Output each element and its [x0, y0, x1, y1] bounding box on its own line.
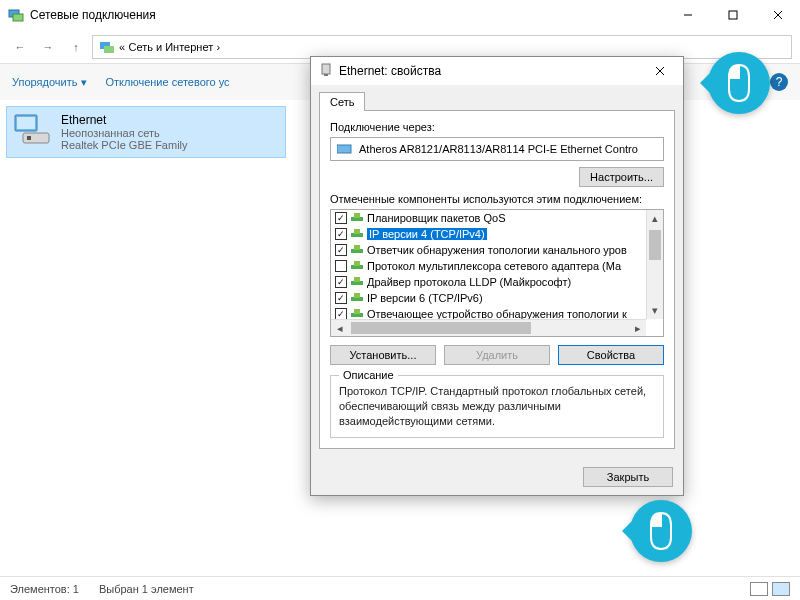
dialog-titlebar: Ethernet: свойства — [311, 57, 683, 85]
checkbox[interactable]: ✓ — [335, 228, 347, 240]
nav-forward-button[interactable]: → — [36, 35, 60, 59]
svg-rect-9 — [17, 117, 35, 129]
component-label: IP версии 4 (TCP/IPv4) — [367, 228, 487, 240]
dialog-footer: Закрыть — [311, 459, 683, 495]
svg-rect-30 — [354, 309, 360, 314]
component-row[interactable]: ✓Планировщик пакетов QoS — [331, 210, 646, 226]
scroll-right-icon[interactable]: ▸ — [629, 320, 646, 336]
component-row[interactable]: ✓IP версии 6 (TCP/IPv6) — [331, 290, 646, 306]
description-legend: Описание — [339, 369, 398, 381]
checkbox[interactable] — [335, 260, 347, 272]
mouse-hint-icon — [708, 52, 770, 114]
connect-via-label: Подключение через: — [330, 121, 664, 133]
breadcrumb[interactable]: « Сеть и Интернет › — [92, 35, 792, 59]
view-details-button[interactable] — [750, 582, 768, 596]
component-label: Ответчик обнаружения топологии канальног… — [367, 244, 627, 256]
app-icon — [8, 7, 24, 23]
dialog-close-button[interactable] — [645, 60, 675, 82]
organize-label: Упорядочить — [12, 76, 77, 88]
component-row[interactable]: ✓Отвечающее устройство обнаружения топол… — [331, 306, 646, 319]
checkbox[interactable]: ✓ — [335, 212, 347, 224]
status-selected: Выбран 1 элемент — [99, 583, 194, 595]
component-row[interactable]: ✓Ответчик обнаружения топологии канально… — [331, 242, 646, 258]
components-label: Отмеченные компоненты используются этим … — [330, 193, 664, 205]
window-title: Сетевые подключения — [30, 8, 665, 22]
close-button[interactable] — [755, 0, 800, 30]
connection-adapter: Realtek PCIe GBE Family — [61, 139, 188, 151]
nav-back-button[interactable]: ← — [8, 35, 32, 59]
svg-rect-22 — [354, 245, 360, 250]
scroll-thumb-h[interactable] — [351, 322, 531, 334]
chevron-down-icon: ▾ — [81, 76, 87, 89]
minimize-button[interactable] — [665, 0, 710, 30]
tab-network[interactable]: Сеть — [319, 92, 365, 111]
component-row[interactable]: ✓Драйвер протокола LLDP (Майкрософт) — [331, 274, 646, 290]
svg-rect-7 — [104, 46, 114, 53]
protocol-icon — [351, 229, 363, 239]
description-group: Описание Протокол TCP/IP. Стандартный пр… — [330, 375, 664, 438]
scroll-thumb[interactable] — [649, 230, 661, 260]
remove-button: Удалить — [444, 345, 550, 365]
svg-rect-10 — [23, 133, 49, 143]
maximize-button[interactable] — [710, 0, 755, 30]
dialog-icon — [319, 63, 333, 79]
component-label: Отвечающее устройство обнаружения тополо… — [367, 308, 627, 319]
component-label: Протокол мультиплексора сетевого адаптер… — [367, 260, 621, 272]
component-label: IP версии 6 (TCP/IPv6) — [367, 292, 483, 304]
connection-text: Ethernet Неопознанная сеть Realtek PCIe … — [61, 113, 188, 151]
statusbar: Элементов: 1 Выбран 1 элемент — [0, 576, 800, 600]
vertical-scrollbar[interactable]: ▴ ▾ — [646, 210, 663, 319]
dialog-title: Ethernet: свойства — [339, 64, 645, 78]
connection-name: Ethernet — [61, 113, 188, 127]
adapter-mini-icon — [337, 143, 353, 155]
mouse-hint-icon — [630, 500, 692, 562]
checkbox[interactable]: ✓ — [335, 244, 347, 256]
protocol-icon — [351, 309, 363, 319]
svg-rect-3 — [729, 11, 737, 19]
tab-strip: Сеть — [319, 91, 675, 110]
view-large-button[interactable] — [772, 582, 790, 596]
component-label: Планировщик пакетов QoS — [367, 212, 506, 224]
breadcrumb-prefix: « — [119, 41, 125, 53]
checkbox[interactable]: ✓ — [335, 276, 347, 288]
install-button[interactable]: Установить... — [330, 345, 436, 365]
configure-button[interactable]: Настроить... — [579, 167, 664, 187]
scroll-up-icon[interactable]: ▴ — [647, 210, 663, 227]
connection-item[interactable]: Ethernet Неопознанная сеть Realtek PCIe … — [6, 106, 286, 158]
components-list[interactable]: ✓Планировщик пакетов QoS✓IP версии 4 (TC… — [330, 209, 664, 337]
breadcrumb-segment[interactable]: Сеть и Интернет — [128, 41, 213, 53]
component-row[interactable]: ✓IP версии 4 (TCP/IPv4) — [331, 226, 646, 242]
statusbar-view-switch — [750, 582, 790, 596]
protocol-icon — [351, 245, 363, 255]
connection-status: Неопознанная сеть — [61, 127, 188, 139]
scroll-left-icon[interactable]: ◂ — [331, 320, 348, 336]
adapter-name: Atheros AR8121/AR8113/AR8114 PCI-E Ether… — [359, 143, 638, 155]
component-row[interactable]: Протокол мультиплексора сетевого адаптер… — [331, 258, 646, 274]
horizontal-scrollbar[interactable]: ◂ ▸ — [331, 319, 646, 336]
svg-rect-24 — [354, 261, 360, 266]
scroll-down-icon[interactable]: ▾ — [647, 302, 663, 319]
checkbox[interactable]: ✓ — [335, 308, 347, 319]
checkbox[interactable]: ✓ — [335, 292, 347, 304]
disable-label: Отключение сетевого ус — [105, 76, 229, 88]
close-dialog-button[interactable]: Закрыть — [583, 467, 673, 487]
organize-menu[interactable]: Упорядочить ▾ — [12, 76, 87, 89]
svg-rect-18 — [354, 213, 360, 218]
svg-rect-16 — [337, 145, 351, 153]
nav-up-button[interactable]: ↑ — [64, 35, 88, 59]
description-text: Протокол TCP/IP. Стандартный протокол гл… — [339, 384, 655, 429]
svg-rect-28 — [354, 293, 360, 298]
properties-button[interactable]: Свойства — [558, 345, 664, 365]
dialog-body: Сеть Подключение через: Atheros AR8121/A… — [311, 85, 683, 459]
disable-device-button[interactable]: Отключение сетевого ус — [105, 76, 229, 88]
help-icon[interactable]: ? — [770, 73, 788, 91]
status-count: Элементов: 1 — [10, 583, 79, 595]
breadcrumb-sep: › — [217, 41, 221, 53]
breadcrumb-icon — [99, 39, 115, 55]
adapter-field: Atheros AR8121/AR8113/AR8114 PCI-E Ether… — [330, 137, 664, 161]
protocol-icon — [351, 213, 363, 223]
svg-rect-12 — [322, 64, 330, 74]
component-label: Драйвер протокола LLDP (Майкрософт) — [367, 276, 571, 288]
svg-rect-11 — [27, 136, 31, 140]
ethernet-properties-dialog: Ethernet: свойства Сеть Подключение чере… — [310, 56, 684, 496]
